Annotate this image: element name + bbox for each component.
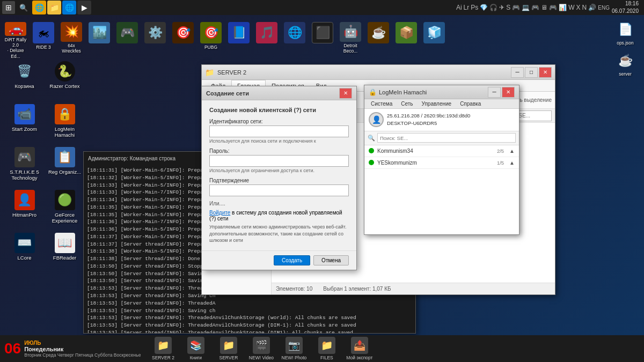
dialog-managed-desc: Управляемые сети можно администрировать … <box>209 224 349 244</box>
desktop-app-6[interactable]: ⚙️ <box>142 19 169 54</box>
network-arrow-1: ▲ <box>509 148 515 154</box>
dialog-buttons: Создать Отмена <box>202 250 356 270</box>
taskbar-bottom: 06 ИЮЛЬ Понедельник Вторник Среда Четвер… <box>0 335 644 362</box>
desktop-app-ride3[interactable]: 🏍 RIDE 3 <box>30 19 57 54</box>
desktop-app-12[interactable]: ⬛ <box>309 19 336 54</box>
bottom-icon-server[interactable]: 📁 SERVER <box>214 337 243 360</box>
network-id-input[interactable] <box>209 125 349 137</box>
hamachi-menu-admin[interactable]: Управление <box>418 99 456 108</box>
desktop: ⊞ 🔍 🌐 📁 🌐 ▶ Ai Lr Ps 💎 🎧 ✈ S 🎮 💻 🎮 🖥 🎮 <box>0 0 644 362</box>
minimize-button[interactable]: ─ <box>511 67 524 78</box>
bottom-icon-newphoto[interactable]: 📷 NEW! Photo <box>279 337 309 360</box>
desktop-icon-razer[interactable]: 🐍 Razer Cortex <box>45 58 85 101</box>
desktop-icon-startzoom[interactable]: 📹 Start Zoom <box>4 101 45 144</box>
hamachi-search-input[interactable] <box>377 133 516 143</box>
taskbar-edge[interactable]: 🌐 <box>62 1 76 14</box>
cmd-line: [18:13:53] [Server thread/INFO]: Threade… <box>87 322 412 329</box>
desktop-app-15[interactable]: 📦 <box>393 19 420 54</box>
desktop-app-9[interactable]: 📘 <box>225 19 252 54</box>
desktop-app-7[interactable]: 🎯 <box>170 19 196 54</box>
right-icon-ops[interactable]: 📄 ops.json <box>609 19 641 46</box>
close-button[interactable]: ✕ <box>539 67 552 78</box>
right-icon-server[interactable]: ☕ server <box>609 50 641 77</box>
desktop-app-pubg[interactable]: 🎯 PUBG <box>197 19 224 54</box>
start-button[interactable]: ⊞ <box>2 1 15 14</box>
desktop-icon-reg[interactable]: 📋 Reg Organiz... <box>45 144 85 187</box>
bottom-icons: 📁 SERVER 2 📚 Книги 📁 SERVER 🎬 NEW! Video… <box>148 337 640 360</box>
explorer-title-text: SERVER 2 <box>217 69 511 76</box>
field-confirm: Подтверждение <box>209 178 349 196</box>
hamachi-close[interactable]: ✕ <box>502 87 515 98</box>
desktop-icon-hitman[interactable]: 👤 HitmanPro <box>4 187 45 230</box>
bottom-icon-files[interactable]: 📁 FILES <box>312 337 341 360</box>
right-desktop-icons: 📄 ops.json ☕ server <box>609 19 641 81</box>
desktop-app-4[interactable]: 🏙️ <box>86 19 113 54</box>
tray-s[interactable]: S <box>506 4 510 11</box>
taskbar-apps: 🌐 📁 🌐 ▶ <box>32 1 456 14</box>
tray-pc[interactable]: 💻 <box>522 4 530 11</box>
hamachi-menu-set[interactable]: Сеть <box>397 99 417 108</box>
field-pass-hint: Используется для ограничения доступа к с… <box>209 168 349 173</box>
hamachi-titlebar: 🔒 LogMeIn Hamachi ─ ✕ <box>364 85 519 99</box>
field-password: Пароль: Используется для ограничения дос… <box>209 148 349 173</box>
explorer-titlebar: 📁 SERVER 2 ─ □ ✕ <box>202 65 555 80</box>
tray-game2[interactable]: 🎮 <box>531 4 539 11</box>
hamachi-menu-help[interactable]: Справка <box>456 99 485 108</box>
tray-sound[interactable]: 🔊 <box>588 4 596 11</box>
bottom-icon-server2[interactable]: 📁 SERVER 2 <box>148 337 178 360</box>
tray-n[interactable]: N <box>582 4 587 11</box>
tray-game1[interactable]: 🎮 <box>512 4 520 11</box>
dialog-close-button[interactable]: ✕ <box>339 88 352 99</box>
tray-gem[interactable]: 💎 <box>480 4 488 11</box>
tray-x[interactable]: X <box>576 4 581 11</box>
tray-chart[interactable]: 📊 <box>559 4 567 11</box>
hamachi-menu-sistema[interactable]: Система <box>367 99 397 108</box>
taskbar-chrome[interactable]: 🌐 <box>32 1 46 14</box>
tray-ps[interactable]: Ps <box>471 4 478 11</box>
network-kommunism34[interactable]: Kommunism34 2/5 ▲ <box>364 145 519 157</box>
desktop-app-11[interactable]: 🌐 <box>281 19 308 54</box>
bottom-icon-export[interactable]: 📤 Мой экспорт <box>345 337 374 360</box>
tray-w[interactable]: W <box>568 4 574 11</box>
taskbar-terminal[interactable]: ▶ <box>77 1 91 14</box>
tray-plane[interactable]: ✈ <box>499 4 504 11</box>
hamachi-minimize[interactable]: ─ <box>488 87 501 98</box>
desktop-app-wreckfest[interactable]: 💥 64xWreckfes <box>58 19 85 54</box>
desktop-icon-strike5[interactable]: 🎮 S.T.R.I.K.E 5 Technology <box>4 144 45 187</box>
tray-ai[interactable]: Ai <box>456 4 462 11</box>
network-name-1: Kommunism34 <box>377 148 494 154</box>
status-bar: Элементов: 10 Выбран 1 элемент: 1,07 КБ <box>272 283 555 294</box>
tray-monitor[interactable]: 🖥 <box>541 4 547 11</box>
maximize-button[interactable]: □ <box>525 67 538 78</box>
tray-game3[interactable]: 🎮 <box>549 4 557 11</box>
desktop-icon-fbreader[interactable]: 📖 FBReader <box>45 230 85 272</box>
tray-headphones[interactable]: 🎧 <box>489 4 497 11</box>
taskbar-explorer[interactable]: 📁 <box>47 1 61 14</box>
hamachi-user-bar: 👤 25.61.216.208 / 2620:9bc:193d:d8d0 DES… <box>364 109 519 131</box>
network-yeskommunizm[interactable]: YESkommunizm 1/5 ▲ <box>364 157 519 169</box>
desktop-app-10[interactable]: 🎵 <box>253 19 280 54</box>
hamachi-ip: 25.61.216.208 / 2620:9bc:193d:d8d0 <box>387 112 470 120</box>
desktop-icon-hamachi[interactable]: 🔒 LogMeIn Hamachi <box>45 101 85 144</box>
tray-lr[interactable]: Lr <box>464 4 470 11</box>
desktop-app-5[interactable]: 🎮 <box>114 19 141 54</box>
login-link[interactable]: Войдите <box>209 210 230 216</box>
confirm-input[interactable] <box>209 184 349 196</box>
cancel-button[interactable]: Отмена <box>313 255 349 265</box>
bottom-icon-newvideo[interactable]: 🎬 NEW! Video <box>246 337 276 360</box>
app-pubg-label: PUBG <box>204 45 217 50</box>
password-input[interactable] <box>209 155 349 167</box>
right-icon-ops-label: ops.json <box>617 40 634 46</box>
bottom-icon-books[interactable]: 📚 Книги <box>181 337 210 360</box>
desktop-app-14[interactable]: ☕ <box>365 19 392 54</box>
desktop-app-detroit[interactable]: 🤖 DetroitBeco... <box>337 19 364 54</box>
system-tray: Ai Lr Ps 💎 🎧 ✈ S 🎮 💻 🎮 🖥 🎮 📊 W X N 🔊 ENG <box>456 0 642 15</box>
desktop-icon-korzina[interactable]: 🗑️ Корзина <box>4 58 45 101</box>
desktop-app-16[interactable]: 🧊 <box>421 19 448 54</box>
create-button[interactable]: Создать <box>274 255 310 265</box>
desktop-icon-geforce[interactable]: 🟢 GeForce Experience <box>45 187 85 230</box>
desktop-icon-lcore[interactable]: ⌨️ LCore <box>4 230 45 272</box>
taskbar-search-button[interactable]: 🔍 <box>17 1 30 14</box>
desktop-app-dirt[interactable]: 🚗 DiRT Rally 2.0· Deluxe Ed... <box>2 19 29 54</box>
field-network-id: Идентификатор сети: Используется для пои… <box>209 119 349 144</box>
